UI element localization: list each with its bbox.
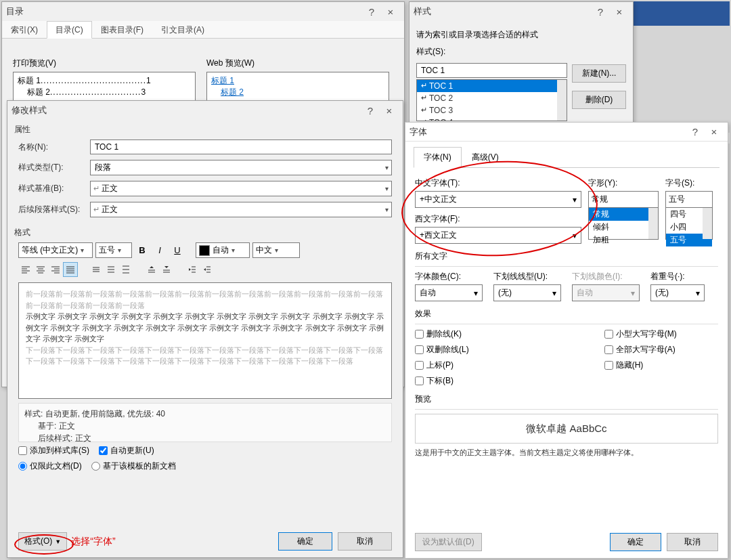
align-center-button[interactable] [33,262,48,277]
list-item: ↵TOC 2 [417,92,567,104]
toc-titlebar: 目录 ? × [2,2,404,21]
add-to-library-checkbox[interactable]: 添加到样式库(S) [18,445,89,456]
next-combo[interactable]: ↵正文▾ [90,202,392,217]
align-justify-button[interactable] [63,262,78,277]
chevron-down-icon: ▾ [696,288,700,298]
base-combo[interactable]: ↵正文▾ [90,181,392,196]
font-titlebar: 字体 ? × [405,123,728,142]
font-style-input[interactable]: 常规 [588,191,659,208]
tab-advanced[interactable]: 高级(V) [462,147,509,168]
line-spacing-1-button[interactable] [89,262,104,277]
chevron-down-icon: ▾ [385,185,389,192]
font-title: 字体 [409,126,686,138]
next-label: 后续段落样式(S): [18,204,90,215]
this-doc-radio[interactable]: 仅限此文档(D) [18,460,82,472]
font-size-input[interactable]: 五号 [665,191,713,208]
font-style-label: 字形(Y): [588,177,659,189]
space-before-inc-button[interactable] [144,262,159,277]
font-size-combo[interactable]: 五号▾ [95,242,132,258]
styles-listbox[interactable]: ↵TOC 1 ↵TOC 2 ↵TOC 3 ↵TOC 4 [416,79,567,121]
base-label: 样式基准(B): [18,183,90,194]
scrollbar[interactable] [648,208,658,239]
list-item: ↵TOC 3 [417,104,567,116]
style-preview-area: 前一段落前一段落前一段落前一段落前一段落前一段落前一段落前一段落前一段落前一段落… [18,282,392,399]
align-right-button[interactable] [48,262,63,277]
subscript-checkbox[interactable]: 下标(B) [415,375,469,387]
help-icon[interactable]: ? [686,126,705,137]
tab-fig[interactable]: 图表目录(F) [92,21,152,38]
emphasis-label: 着重号(·): [650,271,705,282]
en-font-combo[interactable]: +西文正文▾ [415,227,581,244]
italic-button[interactable]: I [152,243,167,258]
web-preview-label: Web 预览(W) [206,58,389,69]
double-strike-checkbox[interactable]: 双删除线(L) [415,344,469,356]
hidden-checkbox[interactable]: 隐藏(H) [604,360,677,371]
tab-index[interactable]: 索引(X) [2,21,47,38]
new-style-button[interactable]: 新建(N)... [572,64,626,83]
font-family-combo[interactable]: 等线 (中文正文)▾ [18,242,93,258]
bold-button[interactable]: B [135,243,150,258]
styles-title: 样式 [414,5,591,18]
chevron-down-icon: ▾ [474,288,478,298]
allcaps-checkbox[interactable]: 全部大写字母(A) [604,344,677,356]
scrollbar[interactable] [703,208,712,239]
delete-style-button[interactable]: 删除(D) [572,91,626,109]
font-color-combo[interactable]: 自动▾ [415,284,483,301]
close-icon[interactable]: × [705,126,724,137]
font-color-combo[interactable]: 自动▾ [196,242,250,258]
preview-section: 预览 [415,393,718,405]
spacing-group [89,262,133,277]
underline-button[interactable]: U [170,243,185,258]
decrease-indent-button[interactable] [185,262,200,277]
strike-checkbox[interactable]: 删除线(K) [415,328,469,340]
ok-button[interactable]: 确定 [610,533,661,551]
name-input[interactable] [90,139,392,154]
space-before-dec-button[interactable] [159,262,174,277]
close-icon[interactable]: × [381,6,400,18]
format-dropdown-button[interactable]: 格式(O)▼ [18,532,67,551]
all-text-section: 所有文字 [415,251,718,262]
line-spacing-15-button[interactable] [104,262,118,277]
scrollbar[interactable] [557,80,567,121]
language-combo[interactable]: 中文▾ [252,242,300,258]
close-icon[interactable]: × [380,105,399,116]
styles-name-input[interactable]: TOC 1 [416,63,567,78]
chevron-down-icon: ▾ [231,246,235,254]
help-icon[interactable]: ? [361,105,380,116]
color-swatch-icon [199,245,210,256]
chevron-down-icon: ▾ [573,231,577,240]
web-link-h2[interactable]: 标题 2 [221,87,244,97]
type-combo[interactable]: 段落▾ [90,160,392,175]
auto-update-checkbox[interactable]: 自动更新(U) [99,445,154,456]
cn-font-combo[interactable]: +中文正文▾ [415,191,581,208]
template-radio[interactable]: 基于该模板的新文档 [91,460,176,472]
chevron-down-icon: ▾ [573,195,577,204]
underline-type-combo[interactable]: (无)▾ [493,284,561,301]
increase-indent-button[interactable] [200,262,215,277]
set-default-button[interactable]: 设为默认值(D) [415,533,482,551]
tab-cit[interactable]: 引文目录(A) [152,21,213,38]
cancel-button[interactable]: 取消 [667,533,718,551]
chevron-down-icon: ▾ [81,246,84,254]
chevron-down-icon: ▾ [118,246,121,254]
cancel-button[interactable]: 取消 [338,532,392,551]
chevron-down-icon: ▼ [55,538,61,545]
chevron-down-icon: ▾ [385,206,389,213]
align-left-button[interactable] [18,262,33,277]
tab-toc[interactable]: 目录(C) [47,21,92,39]
help-icon[interactable]: ? [362,6,381,18]
tab-font[interactable]: 字体(N) [414,147,462,168]
emphasis-combo[interactable]: (无)▾ [650,284,705,301]
ok-button[interactable]: 确定 [278,532,332,551]
font-size-list[interactable]: 四号 小四 五号 [665,207,713,240]
help-icon[interactable]: ? [591,6,610,18]
font-preview-box: 微软卓越 AaBbCc [415,414,718,444]
font-style-list[interactable]: 常规 倾斜 加粗 [588,207,659,240]
close-icon[interactable]: × [610,6,629,18]
name-label: 名称(N): [18,142,90,153]
superscript-checkbox[interactable]: 上标(P) [415,360,469,371]
line-spacing-2-button[interactable] [118,262,133,277]
smallcaps-checkbox[interactable]: 小型大写字母(M) [604,328,677,340]
web-link-h1[interactable]: 标题 1 [211,76,234,85]
chevron-down-icon: ▾ [631,288,635,298]
